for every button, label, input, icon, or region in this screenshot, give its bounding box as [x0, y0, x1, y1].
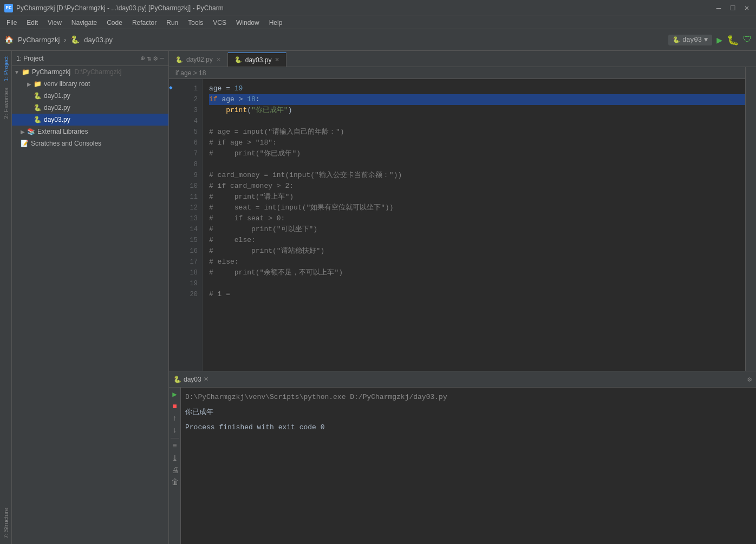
title-bar: PC PyCharmgzkj [D:\PyCharmgzkj - ...\day…	[0, 0, 756, 16]
clear-icon[interactable]: 🗑	[170, 477, 180, 488]
run-config[interactable]: 🐍 day03 ▼	[668, 35, 712, 45]
run-panel-tabs: 🐍 day03 ✕ ⚙	[169, 371, 756, 388]
menu-file[interactable]: File	[2, 18, 21, 28]
tree-item-external[interactable]: ▶ 📚 External Libraries	[12, 126, 168, 137]
tab-day03-close[interactable]: ✕	[275, 56, 279, 63]
run-panel: 🐍 day03 ✕ ⚙ ▶ ■ ↑ ↓ ≡ ⤓ 🖨 🗑	[169, 371, 756, 544]
code-line-7: # print("你已成年")	[209, 148, 745, 159]
code-line-5: # age = input("请输入自己的年龄：")	[209, 127, 745, 137]
code-line-18: # print("余额不足，不可以上车")	[209, 267, 745, 278]
run-output-spacer	[185, 403, 752, 407]
code-editor[interactable]: if age > 18 ◆ 1 2 3 4	[169, 67, 745, 371]
code-editor-container: if age > 18 ◆ 1 2 3 4	[169, 67, 756, 371]
tree-item-day03[interactable]: 🐍 day03.py	[12, 114, 168, 126]
menu-run[interactable]: Run	[162, 18, 183, 28]
code-line-13: # if seat > 0:	[209, 213, 745, 224]
tree-root-label: PyCharmgzkj D:\PyCharmgzkj	[32, 68, 121, 76]
run-tab-text: day03	[184, 376, 201, 383]
project-header-label: 1: Project	[16, 55, 139, 62]
run-command-line: D:\PyCharmgzkj\venv\Scripts\python.exe D…	[185, 392, 752, 403]
day01-icon: 🐍	[34, 92, 42, 100]
menu-navigate[interactable]: Navigate	[67, 18, 101, 28]
project-header: 1: Project ⊕ ⇅ ⚙ —	[12, 51, 168, 66]
run-output: D:\PyCharmgzkj\venv\Scripts\python.exe D…	[181, 388, 756, 544]
run-tab-label: 🐍 day03 ✕	[173, 376, 208, 383]
code-content[interactable]: age = 19 if age > 18: print("你已成年")	[203, 79, 745, 371]
code-line-19	[209, 278, 745, 289]
center-layout: 🐍 day02.py ✕ 🐍 day03.py ✕ if age > 18	[169, 51, 756, 544]
project-settings-icon[interactable]: ⚙	[153, 54, 158, 63]
tree-item-scratches[interactable]: 📝 Scratches and Consoles	[12, 137, 168, 149]
toolbar-project-label: PyCharmgzkj	[18, 36, 60, 44]
tab-day02-label: day02.py	[186, 56, 213, 63]
structure-tab-vertical[interactable]: 7: Structure	[2, 504, 10, 542]
coverage-button[interactable]: 🛡	[743, 35, 752, 45]
run-output-spacer2	[185, 418, 752, 422]
day03-icon: 🐍	[34, 116, 42, 123]
toolbar-file-label: day03.py	[84, 36, 113, 44]
filter-icon[interactable]: ⤓	[171, 453, 179, 464]
run-panel-settings-icon[interactable]: ⚙	[747, 375, 752, 384]
tab-day03[interactable]: 🐍 day03.py ✕	[228, 53, 287, 67]
left-tabs-strip: 1: Project 2: Favorites 7: Structure	[0, 51, 12, 544]
code-line-4	[209, 116, 745, 127]
gutter-line-5: ◆	[169, 83, 175, 94]
menu-bar: File Edit View Navigate Code Refactor Ru…	[0, 16, 756, 29]
menu-window[interactable]: Window	[232, 18, 264, 28]
run-output-text2: Process finished with exit code 0	[185, 422, 752, 433]
code-line-6: # if age > "18":	[209, 137, 745, 148]
toolbar-right: 🐍 day03 ▼ ▶ 🐛 🛡	[668, 34, 752, 46]
code-line-10: # if card_money > 2:	[209, 181, 745, 192]
day01-label: day01.py	[44, 92, 70, 100]
run-button[interactable]: ▶	[716, 34, 722, 46]
code-line-2: if age > 18:	[209, 94, 745, 105]
project-icon: 🏠	[4, 35, 14, 44]
project-expand-icon[interactable]: ⇅	[147, 54, 152, 63]
project-minimize-icon[interactable]: —	[160, 54, 164, 63]
tab-day02-close[interactable]: ✕	[216, 56, 221, 63]
tree-item-venv[interactable]: ▶ 📁 venv library root	[12, 78, 168, 90]
tree-arrow-venv: ▶	[27, 81, 31, 87]
scratches-icon: 📝	[21, 140, 29, 147]
menu-edit[interactable]: Edit	[22, 18, 42, 28]
favorites-tab-vertical[interactable]: 2: Favorites	[2, 84, 10, 122]
project-tab-vertical[interactable]: 1: Project	[2, 53, 10, 84]
gutter: ◆	[169, 79, 175, 371]
menu-refactor[interactable]: Refactor	[128, 18, 161, 28]
editor-tabs: 🐍 day02.py ✕ 🐍 day03.py ✕	[169, 51, 756, 67]
code-line-16: # print("请站稳扶好")	[209, 246, 745, 257]
menu-help[interactable]: Help	[265, 18, 287, 28]
code-line-11: # print("请上车")	[209, 192, 745, 202]
wrap-icon[interactable]: ≡	[171, 441, 178, 451]
stop-button[interactable]: ■	[171, 401, 178, 412]
venv-folder-icon: 📁	[34, 80, 42, 88]
venv-label: venv library root	[44, 80, 90, 88]
tab-day03-label: day03.py	[245, 56, 272, 64]
tab-day02[interactable]: 🐍 day02.py ✕	[169, 53, 228, 67]
run-left-toolbar: ▶ ■ ↑ ↓ ≡ ⤓ 🖨 🗑	[169, 388, 181, 544]
print-icon[interactable]: 🖨	[170, 465, 180, 476]
project-locate-icon[interactable]: ⊕	[141, 54, 145, 63]
menu-vcs[interactable]: VCS	[208, 18, 231, 28]
scroll-up-icon: ↑	[171, 413, 178, 424]
run-again-button[interactable]: ▶	[171, 389, 178, 400]
debug-button[interactable]: 🐛	[727, 34, 739, 46]
menu-view[interactable]: View	[43, 18, 66, 28]
tree-item-day02[interactable]: 🐍 day02.py	[12, 102, 168, 114]
scroll-down-icon: ↓	[171, 425, 178, 436]
menu-tools[interactable]: Tools	[184, 18, 207, 28]
app-icon: PC	[4, 4, 13, 12]
menu-code[interactable]: Code	[102, 18, 127, 28]
day02-label: day02.py	[44, 104, 70, 112]
tree-item-root[interactable]: ▼ 📁 PyCharmgzkj D:\PyCharmgzkj	[12, 66, 168, 78]
project-tree: ▼ 📁 PyCharmgzkj D:\PyCharmgzkj ▶ 📁 venv …	[12, 66, 168, 544]
toolbar: 🏠 PyCharmgzkj › 🐍 day03.py 🐍 day03 ▼ ▶ 🐛…	[0, 29, 756, 51]
close-button[interactable]: ✕	[742, 3, 752, 13]
tree-item-day01[interactable]: 🐍 day01.py	[12, 90, 168, 102]
code-line-15: # else:	[209, 235, 745, 246]
maximize-button[interactable]: □	[728, 3, 738, 13]
project-header-icons: ⊕ ⇅ ⚙ —	[141, 54, 164, 63]
code-line-3: print("你已成年")	[209, 105, 745, 116]
run-tab-close[interactable]: ✕	[204, 376, 208, 383]
minimize-button[interactable]: —	[714, 3, 724, 13]
